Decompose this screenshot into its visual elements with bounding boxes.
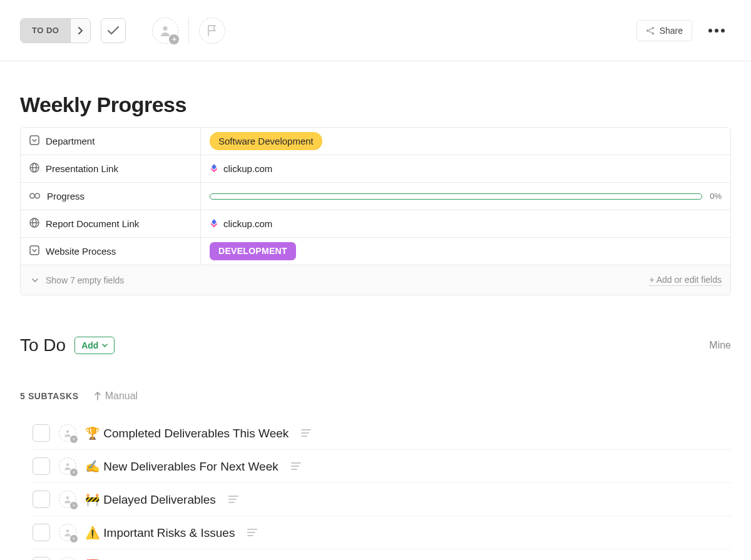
subtask-checkbox[interactable] xyxy=(33,524,50,541)
field-row[interactable]: Presentation Link clickup.com xyxy=(21,155,730,182)
field-value[interactable]: DEVELOPMENT xyxy=(201,242,730,261)
description-icon xyxy=(247,529,257,536)
field-link: clickup.com xyxy=(223,218,272,229)
subtask-assignee[interactable]: + xyxy=(59,524,76,541)
subtask-row[interactable]: + 📅 Planned Offsite Dates xyxy=(33,549,731,560)
add-edit-fields[interactable]: + Add or edit fields xyxy=(649,275,722,286)
svg-point-0 xyxy=(163,26,168,31)
subtask-checkbox[interactable] xyxy=(33,424,50,442)
plus-icon: + xyxy=(70,502,78,509)
field-value[interactable]: clickup.com xyxy=(201,163,730,174)
person-icon xyxy=(159,24,171,37)
subtask-checkbox[interactable] xyxy=(33,457,50,475)
status-group: TO DO xyxy=(20,18,91,43)
flag-icon xyxy=(207,24,218,37)
field-row[interactable]: Progress 0% xyxy=(21,182,730,210)
field-tag: DEVELOPMENT xyxy=(210,242,296,261)
svg-rect-4 xyxy=(30,136,39,145)
field-label: Website Process xyxy=(21,238,201,265)
field-value[interactable]: Software Development xyxy=(201,132,730,150)
priority-flag[interactable] xyxy=(199,18,225,44)
description-icon xyxy=(228,496,238,503)
section-title: To Do xyxy=(20,335,66,355)
svg-point-3 xyxy=(651,32,654,34)
svg-point-7 xyxy=(30,193,35,198)
description-icon xyxy=(301,429,311,437)
field-label: Department xyxy=(21,128,201,155)
subtask-list: + 🏆 Completed Deliverables This Week + ✍… xyxy=(33,417,731,560)
progress-icon xyxy=(29,191,41,201)
field-value[interactable]: 0% xyxy=(201,191,730,201)
favicon-icon xyxy=(210,163,218,174)
plus-icon: + xyxy=(70,535,78,542)
share-icon xyxy=(646,26,655,35)
globe-icon xyxy=(29,218,39,230)
field-label: Progress xyxy=(21,183,201,210)
subtask-row[interactable]: + 🏆 Completed Deliverables This Week xyxy=(33,417,731,450)
more-menu-button[interactable] xyxy=(702,29,731,33)
status-next-button[interactable] xyxy=(70,19,90,43)
field-label: Report Document Link xyxy=(21,210,201,237)
share-button[interactable]: Share xyxy=(636,20,692,41)
page-title[interactable]: Weekly Progress xyxy=(20,93,731,117)
caret-down-icon xyxy=(32,278,38,282)
check-icon xyxy=(108,26,119,35)
subtask-assignee[interactable]: + xyxy=(59,457,76,475)
svg-point-2 xyxy=(646,29,649,32)
progress-percent: 0% xyxy=(710,191,722,201)
field-row[interactable]: Website Process DEVELOPMENT xyxy=(21,237,730,265)
divider xyxy=(188,18,189,44)
subtask-title: 🚧 Delayed Deliverables xyxy=(85,492,216,507)
svg-point-15 xyxy=(66,529,69,532)
globe-icon xyxy=(29,163,39,175)
dropdown-icon xyxy=(29,245,39,257)
subtask-assignee[interactable]: + xyxy=(59,424,76,442)
svg-point-13 xyxy=(66,463,69,466)
progress-bar[interactable] xyxy=(210,193,702,200)
subtask-row[interactable]: + ⚠️ Important Risks & Issues xyxy=(33,516,731,549)
svg-point-8 xyxy=(35,193,40,198)
svg-point-14 xyxy=(66,496,69,499)
fields-footer: Show 7 empty fields + Add or edit fields xyxy=(21,265,730,295)
field-value[interactable]: clickup.com xyxy=(201,218,730,229)
subtasks-count: 5 SUBTASKS xyxy=(20,391,79,401)
chevron-right-icon xyxy=(78,27,83,34)
field-link: clickup.com xyxy=(223,163,272,174)
arrow-up-icon xyxy=(94,392,101,400)
subtask-row[interactable]: + ✍️ New Deliverables For Next Week xyxy=(33,450,731,483)
sort-button[interactable]: Manual xyxy=(94,390,138,402)
subtask-assignee[interactable]: + xyxy=(59,557,76,560)
sort-label: Manual xyxy=(105,390,138,402)
subtask-title: ⚠️ Important Risks & Issues xyxy=(85,526,235,540)
subtask-assignee[interactable]: + xyxy=(59,491,76,508)
add-subtask-button[interactable]: Add xyxy=(74,337,115,354)
plus-icon: + xyxy=(70,469,78,476)
subtask-row[interactable]: + 🚧 Delayed Deliverables xyxy=(33,483,731,516)
mine-filter[interactable]: Mine xyxy=(709,340,731,351)
assignee-add[interactable]: + xyxy=(152,18,178,44)
dropdown-icon xyxy=(29,135,39,147)
favicon-icon xyxy=(210,218,218,229)
status-button[interactable]: TO DO xyxy=(21,19,70,43)
custom-fields: Department Software Development Presenta… xyxy=(20,127,731,295)
mark-complete-button[interactable] xyxy=(101,18,126,43)
share-label: Share xyxy=(660,26,683,36)
svg-rect-11 xyxy=(30,246,39,255)
field-row[interactable]: Department Software Development xyxy=(21,127,730,155)
plus-icon: + xyxy=(70,435,78,443)
subtask-title: 🏆 Completed Deliverables This Week xyxy=(85,426,289,440)
field-tag: Software Development xyxy=(210,132,322,150)
subtask-checkbox[interactable] xyxy=(33,557,50,560)
show-empty-fields[interactable]: Show 7 empty fields xyxy=(32,275,124,285)
svg-point-12 xyxy=(66,430,69,433)
subtask-checkbox[interactable] xyxy=(33,491,50,508)
add-label: Add xyxy=(81,340,98,350)
field-label: Presentation Link xyxy=(21,155,201,182)
plus-icon: + xyxy=(169,34,179,44)
caret-down-icon xyxy=(102,344,108,347)
description-icon xyxy=(291,462,301,470)
field-row[interactable]: Report Document Link clickup.com xyxy=(21,210,730,237)
toolbar: TO DO + Share xyxy=(0,0,751,61)
subtask-title: ✍️ New Deliverables For Next Week xyxy=(85,459,278,474)
svg-point-1 xyxy=(651,26,654,29)
